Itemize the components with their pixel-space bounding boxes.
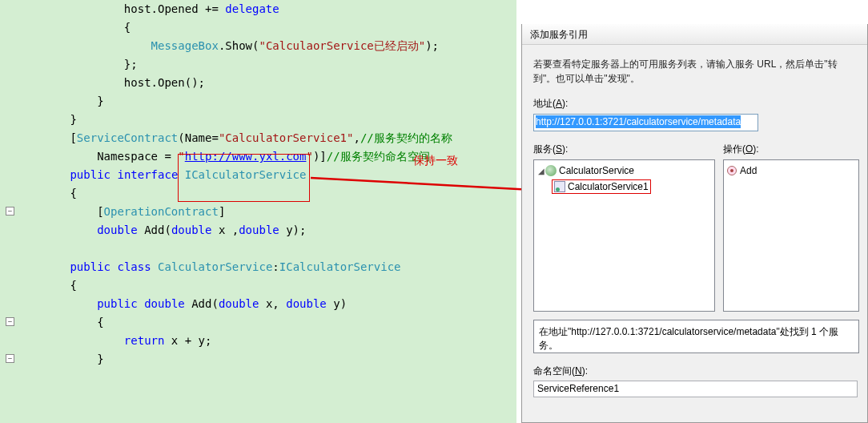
tree-child-item[interactable]: CalculatorService1 [568, 181, 649, 192]
operation-item[interactable]: Add [727, 163, 855, 178]
operations-list[interactable]: Add [723, 159, 859, 312]
operations-label: 操作(O): [723, 143, 859, 156]
services-label: 服务(S): [533, 143, 715, 156]
address-label: 地址(A): [533, 97, 867, 111]
annotation-highlight-box: CalculatorService1 [552, 179, 651, 194]
namespace-label: 命名空间(N): [533, 365, 867, 378]
globe-icon [545, 165, 557, 176]
address-input[interactable]: http://127.0.0.1:3721/calculatorservice/… [533, 114, 758, 131]
fold-minus-icon[interactable]: − [6, 317, 14, 326]
fold-minus-icon[interactable]: − [6, 354, 14, 363]
status-message: 在地址"http://127.0.0.1:3721/calculatorserv… [533, 320, 859, 353]
expand-icon[interactable]: ◢ [537, 167, 545, 175]
services-tree[interactable]: ◢ CalculatorService CalculatorService1 [533, 159, 715, 312]
dialog-title: 添加服务引用 [522, 24, 867, 45]
annotation-highlight-box [178, 154, 310, 202]
service-icon [554, 181, 565, 192]
add-service-reference-dialog: 添加服务引用 若要查看特定服务器上的可用服务列表，请输入服务 URL，然后单击"… [521, 24, 868, 423]
code-editor-pane[interactable]: host.Opened += delegate { MessageBox.Sho… [0, 0, 516, 423]
namespace-input[interactable]: ServiceReference1 [533, 381, 858, 397]
operation-icon [727, 166, 737, 175]
dialog-instruction: 若要查看特定服务器上的可用服务列表，请输入服务 URL，然后单击"转到"。也可以… [533, 57, 858, 86]
tree-root-item[interactable]: ◢ CalculatorService [537, 163, 711, 178]
fold-minus-icon[interactable]: − [6, 207, 14, 216]
annotation-text: 保持一致 [413, 154, 458, 168]
